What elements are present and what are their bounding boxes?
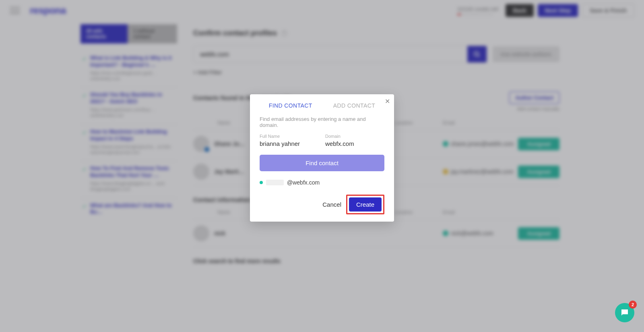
verified-dot-icon	[260, 181, 263, 184]
tab-add-contact[interactable]: ADD CONTACT	[333, 102, 375, 109]
chat-badge: 2	[629, 301, 637, 309]
close-icon[interactable]: ✕	[385, 98, 390, 105]
cancel-button[interactable]: Cancel	[322, 201, 341, 208]
found-email-result[interactable]: @webfx.com	[260, 179, 384, 186]
modal-hint: Find email addresses by entering a name …	[260, 116, 384, 128]
find-contact-button[interactable]: Find contact	[260, 155, 384, 171]
full-name-input[interactable]	[260, 140, 319, 147]
tab-find-contact[interactable]: FIND CONTACT	[269, 102, 312, 109]
full-name-label: Full Name	[260, 134, 319, 139]
domain-input[interactable]	[325, 140, 384, 147]
domain-label: Domain	[325, 134, 384, 139]
modal-overlay: ✕ FIND CONTACT ADD CONTACT Find email ad…	[0, 0, 644, 332]
email-local-part	[266, 180, 284, 185]
create-button[interactable]: Create	[349, 197, 382, 212]
email-domain-part: @webfx.com	[287, 179, 320, 186]
create-highlight: Create	[346, 195, 384, 214]
find-contact-modal: ✕ FIND CONTACT ADD CONTACT Find email ad…	[250, 94, 394, 222]
chat-widget[interactable]: 2	[615, 303, 634, 322]
